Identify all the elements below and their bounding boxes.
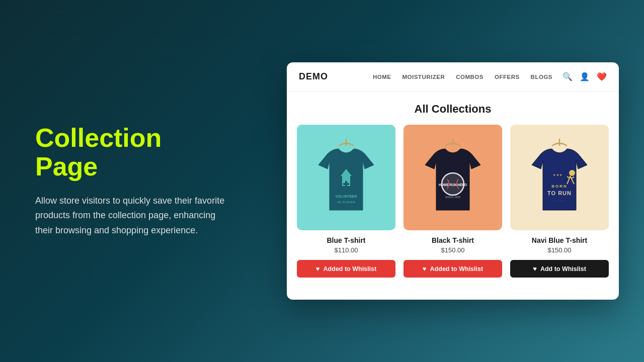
product-price-black: $150.00 <box>441 246 465 254</box>
wishlist-btn-black[interactable]: ♥ Added to Whislist <box>404 260 502 278</box>
product-price-navi: $150.00 <box>548 246 572 254</box>
product-card-navi-tshirt: ★ ★ ★ BORN TO RUN · · · · · · · · Navi B… <box>510 125 609 278</box>
heart-icon-blue: ♥ <box>316 265 320 273</box>
nav-link-offers[interactable]: OFFERS <box>495 74 520 80</box>
navbar: DEMO HOME MOISTURIZER COMBOS OFFERS BLOG… <box>287 62 619 92</box>
product-name-blue: Blue T-shirt <box>327 236 365 244</box>
collection-title: All Collections <box>287 92 619 125</box>
nav-link-combos[interactable]: COMBOS <box>456 74 484 80</box>
nav-link-blogs[interactable]: BLOGS <box>531 74 552 80</box>
product-image-navi: ★ ★ ★ BORN TO RUN · · · · · · · · <box>510 125 609 230</box>
nav-icons: 🔍 👤 ❤️ <box>562 72 607 81</box>
product-name-navi: Navi Blue T-shirt <box>532 236 587 244</box>
svg-text:· · · · · · · ·: · · · · · · · · <box>554 199 565 202</box>
nav-links: HOME MOISTURIZER COMBOS OFFERS BLOGS <box>373 74 552 80</box>
store-card: DEMO HOME MOISTURIZER COMBOS OFFERS BLOG… <box>287 62 619 300</box>
nav-logo: DEMO <box>299 71 328 82</box>
page-hero-desc: Allow store visitors to quickly save the… <box>35 194 231 238</box>
wishlist-label-black: Added to Whislist <box>430 265 484 273</box>
products-grid: VOLUNTEER HE IS RISEN Blue T-shirt $110.… <box>287 125 619 286</box>
right-panel: DEMO HOME MOISTURIZER COMBOS OFFERS BLOG… <box>262 62 644 300</box>
user-icon[interactable]: 👤 <box>580 72 590 81</box>
svg-text:TO RUN: TO RUN <box>547 190 572 196</box>
nav-link-moisturizer[interactable]: MOISTURIZER <box>402 74 445 80</box>
product-card-blue-tshirt: VOLUNTEER HE IS RISEN Blue T-shirt $110.… <box>297 125 395 278</box>
svg-text:HE IS RISEN: HE IS RISEN <box>337 201 355 204</box>
wishlist-nav-icon[interactable]: ❤️ <box>597 72 607 81</box>
svg-text:HOME RUN HERO: HOME RUN HERO <box>439 183 467 187</box>
svg-text:★ ★ ★: ★ ★ ★ <box>553 173 562 176</box>
nav-link-home[interactable]: HOME <box>373 74 391 80</box>
svg-rect-3 <box>345 172 348 176</box>
page-hero-title: Collection Page <box>35 124 231 181</box>
heart-icon-black: ♥ <box>423 265 427 273</box>
product-name-black: Black T-shirt <box>432 236 474 244</box>
product-image-blue: VOLUNTEER HE IS RISEN <box>297 125 395 230</box>
product-price-blue: $110.00 <box>335 246 358 254</box>
search-icon[interactable]: 🔍 <box>562 72 573 81</box>
wishlist-label-navi: Add to Whislist <box>540 265 586 273</box>
wishlist-btn-blue[interactable]: ♥ Added to Whislist <box>297 260 395 278</box>
left-panel: Collection Page Allow store visitors to … <box>0 94 262 268</box>
product-image-black: HOME RUN HERO SINCE 1985 <box>404 125 502 230</box>
product-card-black-tshirt: HOME RUN HERO SINCE 1985 Black T-shirt $… <box>404 125 502 278</box>
svg-text:SINCE 1985: SINCE 1985 <box>445 196 461 199</box>
heart-icon-navi: ♥ <box>533 265 537 273</box>
svg-text:BORN: BORN <box>551 184 568 189</box>
svg-text:VOLUNTEER: VOLUNTEER <box>335 195 357 198</box>
svg-point-14 <box>569 170 575 176</box>
wishlist-btn-navi[interactable]: ♥ Add to Whislist <box>510 260 609 278</box>
wishlist-label-blue: Added to Whislist <box>324 265 377 273</box>
svg-rect-5 <box>343 183 349 185</box>
